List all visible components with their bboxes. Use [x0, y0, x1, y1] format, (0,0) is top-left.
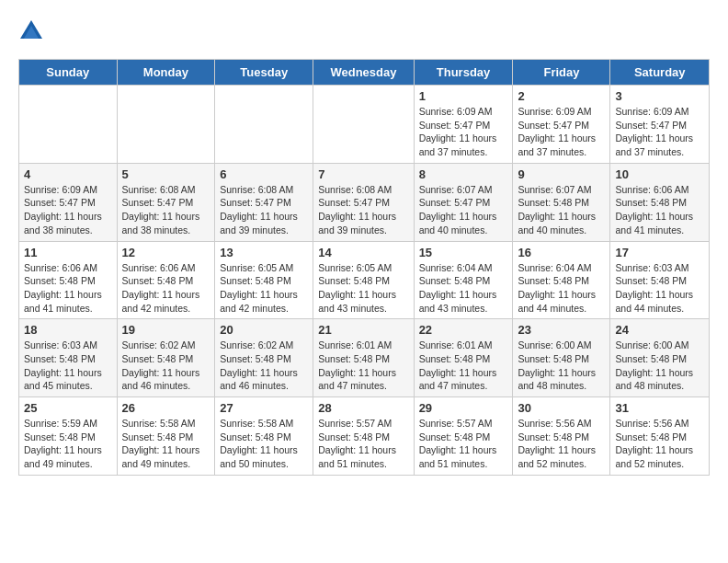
day-info: Sunrise: 6:08 AM Sunset: 5:47 PM Dayligh…	[220, 184, 298, 236]
day-info: Sunrise: 5:58 AM Sunset: 5:48 PM Dayligh…	[122, 418, 200, 469]
day-number: 3	[615, 89, 704, 103]
day-info: Sunrise: 6:07 AM Sunset: 5:47 PM Dayligh…	[419, 184, 497, 236]
day-cell: 14Sunrise: 6:05 AM Sunset: 5:48 PM Dayli…	[313, 241, 414, 319]
day-info: Sunrise: 6:00 AM Sunset: 5:48 PM Dayligh…	[518, 339, 596, 391]
logo	[18, 18, 48, 44]
day-info: Sunrise: 6:01 AM Sunset: 5:48 PM Dayligh…	[419, 339, 497, 391]
day-info: Sunrise: 6:06 AM Sunset: 5:48 PM Dayligh…	[615, 184, 693, 236]
week-row-1: 1Sunrise: 6:09 AM Sunset: 5:47 PM Daylig…	[19, 86, 710, 164]
day-cell: 2Sunrise: 6:09 AM Sunset: 5:47 PM Daylig…	[513, 86, 610, 164]
day-cell: 10Sunrise: 6:06 AM Sunset: 5:48 PM Dayli…	[610, 163, 710, 241]
week-row-5: 25Sunrise: 5:59 AM Sunset: 5:48 PM Dayli…	[19, 397, 710, 476]
day-info: Sunrise: 6:08 AM Sunset: 5:47 PM Dayligh…	[122, 184, 200, 236]
logo-icon	[18, 18, 44, 44]
day-cell: 21Sunrise: 6:01 AM Sunset: 5:48 PM Dayli…	[313, 319, 414, 397]
weekday-header-monday: Monday	[117, 60, 215, 86]
day-number: 10	[615, 167, 704, 181]
day-info: Sunrise: 6:05 AM Sunset: 5:48 PM Dayligh…	[220, 262, 298, 314]
day-cell: 31Sunrise: 5:56 AM Sunset: 5:48 PM Dayli…	[610, 397, 710, 476]
day-number: 13	[220, 246, 308, 259]
day-number: 29	[419, 401, 508, 415]
day-cell: 12Sunrise: 6:06 AM Sunset: 5:48 PM Dayli…	[117, 241, 215, 319]
weekday-header-row: SundayMondayTuesdayWednesdayThursdayFrid…	[19, 60, 710, 86]
day-cell: 25Sunrise: 5:59 AM Sunset: 5:48 PM Dayli…	[19, 397, 118, 476]
day-number: 8	[419, 167, 508, 181]
weekday-header-wednesday: Wednesday	[313, 60, 414, 86]
day-cell: 9Sunrise: 6:07 AM Sunset: 5:48 PM Daylig…	[513, 163, 610, 241]
day-number: 17	[615, 246, 704, 259]
day-number: 20	[220, 323, 308, 337]
day-cell: 8Sunrise: 6:07 AM Sunset: 5:47 PM Daylig…	[414, 163, 513, 241]
day-number: 25	[24, 401, 112, 415]
day-info: Sunrise: 6:06 AM Sunset: 5:48 PM Dayligh…	[24, 262, 102, 314]
page-header	[18, 18, 710, 44]
day-cell: 13Sunrise: 6:05 AM Sunset: 5:48 PM Dayli…	[215, 241, 313, 319]
day-info: Sunrise: 6:09 AM Sunset: 5:47 PM Dayligh…	[615, 106, 693, 157]
day-cell: 26Sunrise: 5:58 AM Sunset: 5:48 PM Dayli…	[117, 397, 215, 476]
day-cell: 5Sunrise: 6:08 AM Sunset: 5:47 PM Daylig…	[117, 163, 215, 241]
day-cell: 7Sunrise: 6:08 AM Sunset: 5:47 PM Daylig…	[313, 163, 414, 241]
week-row-2: 4Sunrise: 6:09 AM Sunset: 5:47 PM Daylig…	[19, 163, 710, 241]
day-info: Sunrise: 6:04 AM Sunset: 5:48 PM Dayligh…	[419, 262, 497, 314]
day-info: Sunrise: 6:08 AM Sunset: 5:47 PM Dayligh…	[318, 184, 396, 236]
day-cell: 19Sunrise: 6:02 AM Sunset: 5:48 PM Dayli…	[117, 319, 215, 397]
day-cell: 11Sunrise: 6:06 AM Sunset: 5:48 PM Dayli…	[19, 241, 118, 319]
day-cell: 20Sunrise: 6:02 AM Sunset: 5:48 PM Dayli…	[215, 319, 313, 397]
day-info: Sunrise: 5:58 AM Sunset: 5:48 PM Dayligh…	[220, 418, 298, 469]
day-info: Sunrise: 5:59 AM Sunset: 5:48 PM Dayligh…	[24, 418, 102, 469]
day-number: 12	[122, 246, 210, 259]
day-cell	[19, 86, 118, 164]
day-cell: 17Sunrise: 6:03 AM Sunset: 5:48 PM Dayli…	[610, 241, 710, 319]
weekday-header-saturday: Saturday	[610, 60, 710, 86]
day-info: Sunrise: 6:00 AM Sunset: 5:48 PM Dayligh…	[615, 339, 693, 391]
day-number: 27	[220, 401, 308, 415]
day-number: 26	[122, 401, 210, 415]
day-number: 16	[518, 246, 605, 259]
day-cell: 29Sunrise: 5:57 AM Sunset: 5:48 PM Dayli…	[414, 397, 513, 476]
day-number: 28	[318, 401, 408, 415]
day-number: 7	[318, 167, 408, 181]
day-info: Sunrise: 6:06 AM Sunset: 5:48 PM Dayligh…	[122, 262, 200, 314]
day-cell: 18Sunrise: 6:03 AM Sunset: 5:48 PM Dayli…	[19, 319, 118, 397]
day-number: 11	[24, 246, 112, 259]
day-info: Sunrise: 6:03 AM Sunset: 5:48 PM Dayligh…	[24, 339, 102, 391]
calendar-table: SundayMondayTuesdayWednesdayThursdayFrid…	[18, 59, 710, 476]
day-cell	[117, 86, 215, 164]
day-cell: 16Sunrise: 6:04 AM Sunset: 5:48 PM Dayli…	[513, 241, 610, 319]
day-number: 15	[419, 246, 508, 259]
day-number: 6	[220, 167, 308, 181]
day-number: 2	[518, 89, 605, 103]
day-info: Sunrise: 5:57 AM Sunset: 5:48 PM Dayligh…	[318, 418, 396, 469]
day-number: 1	[419, 89, 508, 103]
day-info: Sunrise: 6:07 AM Sunset: 5:48 PM Dayligh…	[518, 184, 596, 236]
day-number: 18	[24, 323, 112, 337]
day-cell: 15Sunrise: 6:04 AM Sunset: 5:48 PM Dayli…	[414, 241, 513, 319]
day-info: Sunrise: 6:01 AM Sunset: 5:48 PM Dayligh…	[318, 339, 396, 391]
day-cell: 3Sunrise: 6:09 AM Sunset: 5:47 PM Daylig…	[610, 86, 710, 164]
day-number: 31	[615, 401, 704, 415]
day-number: 19	[122, 323, 210, 337]
week-row-4: 18Sunrise: 6:03 AM Sunset: 5:48 PM Dayli…	[19, 319, 710, 397]
day-number: 9	[518, 167, 605, 181]
weekday-header-friday: Friday	[513, 60, 610, 86]
day-number: 22	[419, 323, 508, 337]
day-cell: 30Sunrise: 5:56 AM Sunset: 5:48 PM Dayli…	[513, 397, 610, 476]
day-info: Sunrise: 6:04 AM Sunset: 5:48 PM Dayligh…	[518, 262, 596, 314]
day-cell: 22Sunrise: 6:01 AM Sunset: 5:48 PM Dayli…	[414, 319, 513, 397]
day-number: 24	[615, 323, 704, 337]
day-info: Sunrise: 5:57 AM Sunset: 5:48 PM Dayligh…	[419, 418, 497, 469]
day-info: Sunrise: 6:09 AM Sunset: 5:47 PM Dayligh…	[24, 184, 102, 236]
day-cell	[215, 86, 313, 164]
weekday-header-thursday: Thursday	[414, 60, 513, 86]
day-cell: 1Sunrise: 6:09 AM Sunset: 5:47 PM Daylig…	[414, 86, 513, 164]
day-info: Sunrise: 6:09 AM Sunset: 5:47 PM Dayligh…	[518, 106, 596, 157]
week-row-3: 11Sunrise: 6:06 AM Sunset: 5:48 PM Dayli…	[19, 241, 710, 319]
day-info: Sunrise: 6:02 AM Sunset: 5:48 PM Dayligh…	[122, 339, 200, 391]
day-info: Sunrise: 6:02 AM Sunset: 5:48 PM Dayligh…	[220, 339, 298, 391]
day-cell: 27Sunrise: 5:58 AM Sunset: 5:48 PM Dayli…	[215, 397, 313, 476]
day-cell: 23Sunrise: 6:00 AM Sunset: 5:48 PM Dayli…	[513, 319, 610, 397]
day-info: Sunrise: 5:56 AM Sunset: 5:48 PM Dayligh…	[518, 418, 596, 469]
day-info: Sunrise: 6:05 AM Sunset: 5:48 PM Dayligh…	[318, 262, 396, 314]
day-info: Sunrise: 6:09 AM Sunset: 5:47 PM Dayligh…	[419, 106, 497, 157]
day-number: 23	[518, 323, 605, 337]
